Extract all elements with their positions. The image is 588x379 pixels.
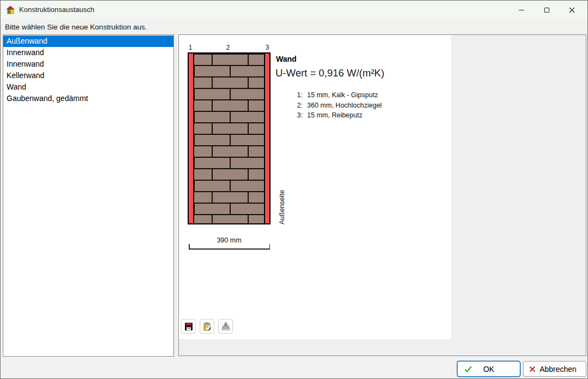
layer-number: 1:	[294, 91, 303, 99]
list-item-kellerwand[interactable]: Kellerwand	[3, 70, 173, 81]
close-button[interactable]	[559, 1, 584, 19]
minimize-button[interactable]	[509, 1, 534, 19]
print-button[interactable]	[218, 319, 233, 334]
ok-label: OK	[483, 365, 494, 374]
list-item-innenwand-2[interactable]: Innenwand	[3, 58, 173, 70]
list-item-aussenwand[interactable]: Außenwand	[3, 35, 173, 47]
layer-marker-1: 1	[189, 44, 193, 51]
layer-description: 15 mm, Kalk - Gipsputz	[307, 91, 378, 99]
u-value-text: U-Wert = 0,916 W/(m²K)	[275, 67, 385, 79]
cross-icon	[529, 366, 536, 372]
save-button[interactable]	[181, 319, 196, 334]
maximize-button[interactable]	[534, 1, 559, 19]
layer-row-1: 1: 15 mm, Kalk - Gipsputz	[294, 90, 382, 100]
brick-layer	[193, 54, 265, 223]
cancel-label: Abbrechen	[539, 365, 577, 374]
layer-number: 2:	[294, 102, 303, 109]
check-icon	[464, 365, 472, 372]
cancel-button[interactable]: Abbrechen	[523, 361, 586, 377]
instruction-text: Bitte wählen Sie die neue Konstruktion a…	[5, 23, 147, 31]
layer-row-2: 2: 360 mm, Hochlochziegel	[294, 100, 382, 111]
plaster-layer-right	[265, 54, 269, 223]
maximize-icon	[544, 8, 549, 13]
wall-cross-section	[188, 52, 271, 224]
layer-marker-3: 3	[266, 44, 269, 51]
copy-to-clipboard-icon	[203, 322, 212, 331]
preview-panel: 1 2 3	[178, 34, 586, 356]
list-item-innenwand-1[interactable]: Innenwand	[3, 47, 173, 58]
ok-button[interactable]: OK	[457, 361, 520, 377]
construction-name: Wand	[276, 55, 297, 63]
plaster-layer-left	[189, 54, 193, 223]
list-item-wand[interactable]: Wand	[3, 81, 173, 93]
dimension-tick-left	[189, 244, 190, 250]
construction-listbox: Außenwand Innenwand Innenwand Kellerwand…	[3, 34, 174, 357]
total-thickness-label: 390 mm	[188, 236, 271, 244]
layer-marker-2: 2	[226, 44, 230, 51]
layer-row-3: 3: 15 mm, Reibeputz	[294, 110, 382, 121]
preview-toolbar	[181, 319, 233, 334]
dimension-line	[189, 248, 270, 250]
dimension-tick-right	[269, 244, 271, 250]
titlebar: Konstruktionsaustausch	[1, 1, 587, 19]
window-title: Konstruktionsaustausch	[19, 1, 94, 19]
minimize-icon	[519, 10, 524, 10]
app-house-icon	[6, 5, 15, 14]
copy-to-clipboard-button[interactable]	[200, 319, 214, 334]
layer-number: 3:	[294, 111, 303, 119]
outside-side-label: Außenseite	[278, 190, 286, 224]
print-icon	[221, 322, 230, 331]
layer-description-list: 1: 15 mm, Kalk - Gipsputz 2: 360 mm, Hoc…	[294, 90, 382, 121]
layer-description: 360 mm, Hochlochziegel	[307, 102, 382, 109]
construction-drawing-canvas: 1 2 3	[179, 35, 451, 339]
layer-description: 15 mm, Reibeputz	[307, 111, 362, 119]
close-icon	[569, 7, 575, 13]
window-controls	[509, 1, 584, 19]
save-icon	[184, 322, 193, 331]
list-item-gaubenwand[interactable]: Gaubenwand, gedämmt	[3, 93, 173, 104]
dialog-window: Konstruktionsaustausch Bitte wählen Sie …	[0, 0, 588, 379]
